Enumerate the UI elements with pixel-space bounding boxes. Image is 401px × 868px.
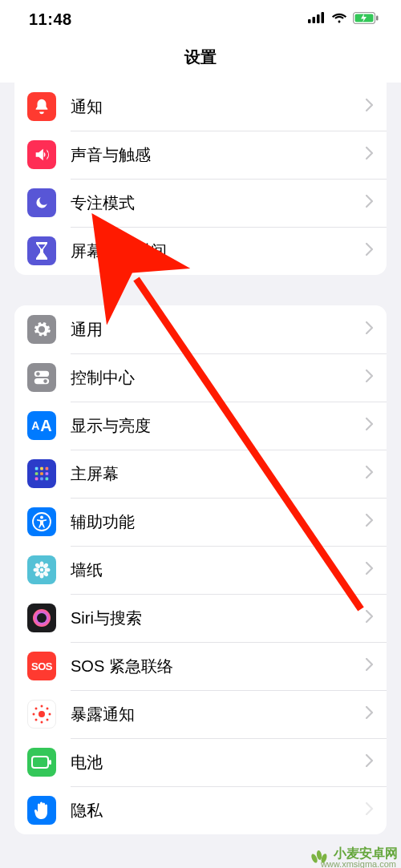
svg-rect-18 [40,478,43,481]
svg-rect-16 [46,472,49,475]
row-accessibility[interactable]: 辅助功能 [14,498,387,546]
svg-rect-11 [35,467,38,470]
status-indicators [308,12,379,27]
flower-icon [27,555,56,584]
row-label: 显示与亮度 [71,415,366,437]
chevron-right-icon [366,802,374,818]
row-screentime[interactable]: 屏幕使用时间 [14,227,387,275]
svg-rect-42 [32,757,48,768]
chevron-right-icon [366,147,374,163]
svg-rect-19 [46,478,49,481]
row-label: 通知 [71,96,366,118]
chevron-right-icon [366,754,374,770]
chevron-right-icon [366,562,374,578]
chevron-right-icon [366,610,374,626]
row-home-screen[interactable]: 主屏幕 [14,450,387,498]
row-general[interactable]: 通用 [14,305,387,353]
exposure-icon [27,700,56,729]
svg-point-38 [35,708,38,710]
chevron-right-icon [366,195,374,211]
hand-icon [27,796,56,825]
svg-point-41 [47,719,49,721]
svg-point-40 [35,719,38,721]
row-label: 声音与触感 [71,144,366,166]
svg-point-39 [47,708,49,710]
status-bar: 11:48 [0,0,401,38]
chevron-right-icon [366,466,374,482]
svg-point-32 [37,613,47,623]
row-focus[interactable]: 专注模式 [14,179,387,227]
page-title: 设置 [0,38,401,83]
wheat-icon [306,842,329,865]
row-label: 专注模式 [71,192,366,214]
row-display[interactable]: AA 显示与亮度 [14,402,387,450]
chevron-right-icon [366,369,374,386]
row-sos[interactable]: SOS SOS 紧急联络 [14,642,387,690]
svg-rect-14 [35,472,38,475]
svg-point-21 [40,516,43,519]
svg-rect-0 [308,19,311,23]
row-exposure[interactable]: 暴露通知 [14,690,387,738]
text-size-icon: AA [27,411,56,440]
watermark-text: 小麦安卓网 [334,846,398,862]
chevron-right-icon [366,99,374,115]
row-privacy[interactable]: 隐私 [14,786,387,834]
accessibility-icon [27,507,56,536]
row-label: 墙纸 [71,559,366,581]
speaker-icon [27,140,56,169]
svg-rect-13 [46,467,49,470]
row-battery[interactable]: 电池 [14,738,387,786]
chevron-right-icon [366,418,374,434]
svg-point-23 [40,562,44,567]
chevron-right-icon [366,243,374,259]
signal-icon [308,12,326,26]
row-control-center[interactable]: 控制中心 [14,353,387,402]
chevron-right-icon [366,321,374,337]
wifi-icon [331,12,347,26]
watermark: 小麦安卓网 [306,842,398,865]
settings-list[interactable]: 通知 声音与触感 专注模式 屏幕使用时间 [0,83,401,834]
status-time: 11:48 [29,10,72,29]
settings-group-1: 通知 声音与触感 专注模式 屏幕使用时间 [14,83,387,275]
row-label: 电池 [71,752,366,773]
svg-rect-12 [40,467,43,470]
row-label: Siri与搜索 [71,608,366,629]
row-label: 主屏幕 [71,463,366,485]
bell-icon [27,92,56,121]
chevron-right-icon [366,706,374,722]
row-label: 屏幕使用时间 [71,240,366,262]
moon-icon [27,188,56,217]
svg-point-37 [49,713,51,716]
svg-rect-17 [35,478,38,481]
row-label: SOS 紧急联络 [71,656,366,677]
svg-point-25 [34,568,39,572]
svg-point-33 [38,711,45,717]
svg-rect-6 [376,15,379,20]
toggles-icon [27,363,56,392]
svg-rect-15 [40,472,43,475]
row-label: 暴露通知 [71,704,366,725]
svg-rect-3 [322,12,325,23]
battery-icon [353,12,379,27]
row-sounds[interactable]: 声音与触感 [14,131,387,179]
hourglass-icon [27,236,56,265]
chevron-right-icon [366,658,374,674]
row-label: 控制中心 [71,367,366,389]
chevron-right-icon [366,514,374,530]
svg-rect-2 [317,14,320,23]
row-siri[interactable]: Siri与搜索 [14,594,387,642]
row-label: 辅助功能 [71,511,366,533]
sos-icon: SOS [27,652,56,680]
row-wallpaper[interactable]: 墙纸 [14,546,387,594]
svg-point-26 [45,568,51,572]
svg-point-24 [40,573,44,579]
settings-group-2: 通用 控制中心 AA 显示与亮度 主屏幕 [14,305,387,834]
grid-icon [27,459,56,488]
row-notifications[interactable]: 通知 [14,83,387,131]
svg-point-10 [43,379,47,383]
svg-rect-43 [49,760,51,765]
gear-icon [27,315,56,344]
svg-point-34 [41,705,43,708]
siri-icon [27,604,56,632]
row-label: 隐私 [71,800,366,822]
